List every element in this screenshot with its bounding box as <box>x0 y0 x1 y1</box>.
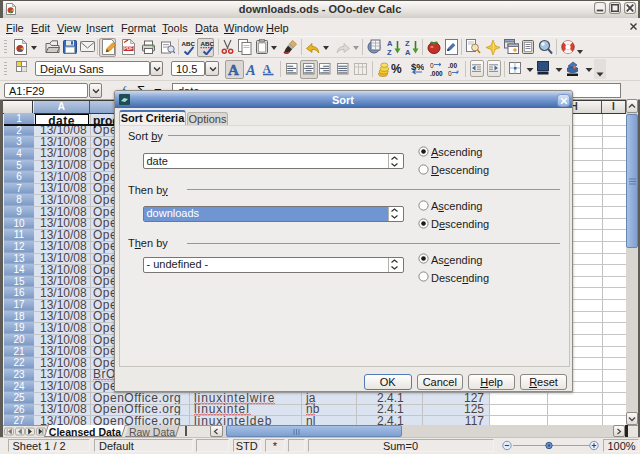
svg-text:.000: .000 <box>430 69 443 76</box>
svg-text:.00: .00 <box>448 61 457 68</box>
svg-text:Z: Z <box>387 48 392 56</box>
svg-text:A: A <box>228 62 239 77</box>
svg-text:A: A <box>405 48 411 56</box>
svg-text:$%: $% <box>411 61 424 72</box>
svg-text:PDF: PDF <box>124 46 133 51</box>
svg-text:A: A <box>245 62 256 77</box>
svg-text:ABC: ABC <box>200 40 214 47</box>
svg-text:0: 0 <box>448 69 452 76</box>
svg-text:%: % <box>391 62 402 75</box>
svg-text:ABC: ABC <box>182 40 196 47</box>
svg-text:A: A <box>263 62 272 76</box>
svg-text:0: 0 <box>430 61 434 68</box>
